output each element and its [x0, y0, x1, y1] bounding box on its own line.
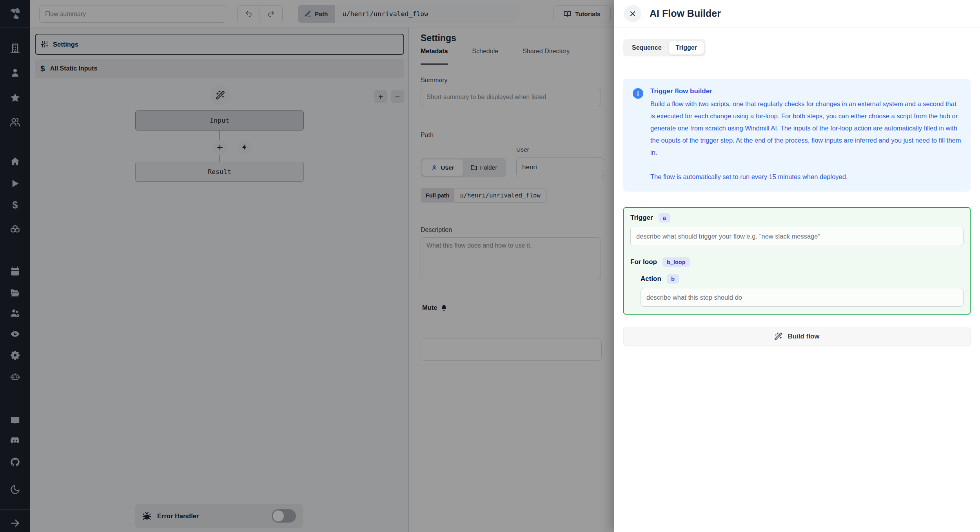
trigger-step-row: Trigger a [630, 213, 964, 223]
trigger-builder-box: Trigger a For loop b_loop Action b [623, 207, 971, 315]
forloop-step-row: For loop b_loop [630, 257, 964, 267]
tab-sequence[interactable]: Sequence [625, 41, 669, 55]
trigger-description-input[interactable] [630, 227, 964, 246]
tab-trigger[interactable]: Trigger [669, 41, 704, 55]
info-note: The flow is automatically set to run eve… [650, 171, 961, 183]
build-flow-button[interactable]: Build flow [623, 327, 971, 346]
ai-flow-builder-panel: AI Flow Builder Sequence Trigger i Trigg… [614, 0, 980, 532]
forloop-step-label: For loop [630, 258, 657, 266]
action-description-input[interactable] [641, 288, 964, 307]
forloop-step-badge: b_loop [662, 257, 690, 267]
action-step-badge: b [667, 274, 679, 284]
build-flow-label: Build flow [788, 333, 819, 340]
action-step-label: Action [641, 275, 661, 283]
trigger-step-label: Trigger [630, 214, 653, 222]
wand-sparkles-icon [774, 332, 782, 340]
action-step-row: Action b [641, 274, 964, 284]
close-icon [629, 10, 637, 18]
ai-panel-header: AI Flow Builder [614, 0, 980, 27]
ai-panel-title: AI Flow Builder [650, 8, 721, 19]
ai-mode-tabs: Sequence Trigger [623, 39, 706, 56]
modal-dim-overlay [0, 0, 614, 532]
info-icon: i [633, 88, 643, 99]
close-button[interactable] [624, 5, 641, 22]
trigger-step-badge: a [659, 213, 670, 223]
trigger-info-box: i Trigger flow builder Build a flow with… [623, 79, 971, 192]
info-body: Build a flow with two scripts, one that … [650, 98, 961, 159]
info-title: Trigger flow builder [650, 87, 961, 95]
